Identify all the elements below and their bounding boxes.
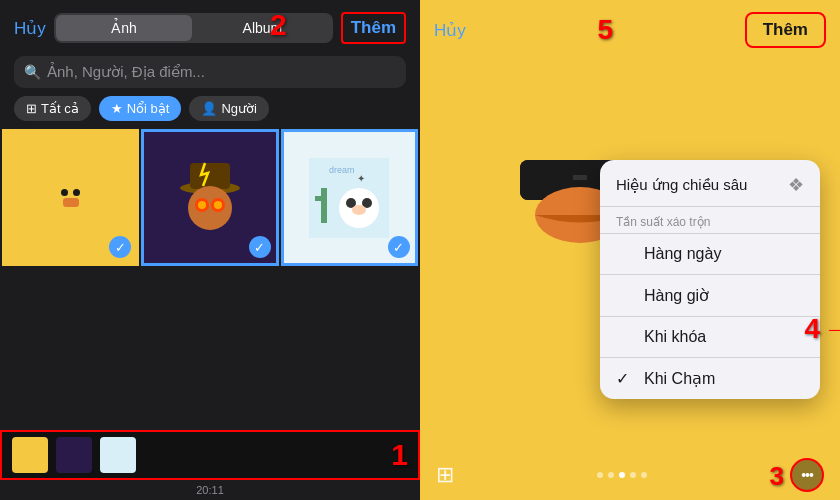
more-icon: ••• [801, 467, 813, 483]
step3-label: 3 [770, 461, 784, 492]
filter-people-button[interactable]: 👤 Người [189, 96, 269, 121]
photo-grid: ✓ [0, 129, 420, 430]
dot-2 [608, 472, 614, 478]
svg-rect-1 [190, 163, 230, 189]
menu-header: Hiệu ứng chiều sâu ❖ [600, 160, 820, 207]
dot-5 [641, 472, 647, 478]
menu-header-text: Hiệu ứng chiều sâu [616, 176, 747, 194]
star-icon: ★ [111, 101, 123, 116]
menu-item-tap-label: Khi Chạm [644, 369, 715, 388]
dot-3-active [619, 472, 625, 478]
svg-point-5 [198, 201, 206, 209]
segment-control: Ảnh Album [54, 13, 333, 43]
svg-text:dream: dream [329, 165, 355, 175]
menu-item-tap[interactable]: ✓ Khi Chạm [600, 357, 820, 399]
check-circle-2: ✓ [249, 236, 271, 258]
filter-all-button[interactable]: ⊞ Tất cả [14, 96, 91, 121]
duck-face-small [61, 189, 80, 207]
right-arrow-icon: → [824, 314, 840, 345]
duck-eye-right-small [73, 189, 80, 196]
left-panel: Hủy Ảnh Album Thêm 2 🔍 Ảnh, Người, Địa đ… [0, 0, 420, 500]
step2-label: 2 [270, 8, 287, 42]
menu-item-hourly[interactable]: Hàng giờ [600, 274, 820, 316]
selected-thumb-2 [56, 437, 92, 473]
photo-cell-1[interactable]: ✓ [2, 129, 139, 266]
right-panel: Hủy 5 Thêm Hiệu ứng chiều sâu ❖ Tần suất… [420, 0, 840, 500]
segment-album-button[interactable]: Album [194, 15, 330, 41]
right-topbar: Hủy 5 Thêm [420, 0, 840, 56]
svg-point-13 [352, 205, 366, 215]
dot-1 [597, 472, 603, 478]
selected-thumb-1 [12, 437, 48, 473]
menu-section-label: Tần suất xáo trộn [600, 207, 820, 233]
selection-strip: 1 [0, 430, 420, 480]
filter-featured-label: Nổi bật [127, 101, 170, 116]
selected-thumb-3 [100, 437, 136, 473]
search-bar[interactable]: 🔍 Ảnh, Người, Địa điểm... [14, 56, 406, 88]
menu-item-hourly-label: Hàng giờ [644, 286, 709, 305]
menu-item-lock[interactable]: Khi khóa [600, 316, 820, 357]
grid-view-button[interactable]: ⊞ [436, 462, 454, 488]
dropdown-menu: Hiệu ứng chiều sâu ❖ Tần suất xáo trộn H… [600, 160, 820, 399]
svg-rect-8 [321, 188, 327, 223]
menu-item-daily[interactable]: Hàng ngày [600, 233, 820, 274]
photo-cell-3[interactable]: ✦ dream ✓ [281, 129, 418, 266]
person-icon: 👤 [201, 101, 217, 116]
status-time: 20:11 [196, 484, 224, 496]
check-daily [616, 245, 636, 263]
duck-bill-small [63, 198, 79, 207]
step4-label: 4 [804, 313, 820, 345]
dots-navigation [597, 472, 647, 478]
step1-label: 1 [391, 438, 408, 472]
filter-all-label: Tất cả [41, 101, 79, 116]
segment-photo-button[interactable]: Ảnh [56, 15, 192, 41]
svg-rect-21 [573, 175, 587, 180]
grid-icon: ⊞ [26, 101, 37, 116]
bottom-status-bar: 20:11 [0, 480, 420, 500]
search-placeholder: Ảnh, Người, Địa điểm... [47, 63, 205, 81]
check-hourly [616, 287, 636, 305]
game-char-svg [175, 158, 245, 238]
duck-eyes-small [61, 189, 80, 196]
dot-4 [630, 472, 636, 478]
svg-point-2 [188, 186, 232, 230]
more-options-button[interactable]: ••• [790, 458, 824, 492]
filter-featured-button[interactable]: ★ Nổi bật [99, 96, 182, 121]
left-cancel-button[interactable]: Hủy [14, 18, 46, 39]
right-add-button[interactable]: Thêm [745, 12, 826, 48]
search-icon: 🔍 [24, 64, 41, 80]
check-lock [616, 328, 636, 346]
panda-svg: ✦ dream [309, 158, 389, 238]
filter-bar: ⊞ Tất cả ★ Nổi bật 👤 Người [0, 96, 420, 129]
menu-item-lock-label: Khi khóa [644, 328, 706, 346]
svg-rect-9 [315, 196, 327, 201]
svg-point-6 [214, 201, 222, 209]
duck-eye-left-small [61, 189, 68, 196]
check-tap: ✓ [616, 369, 636, 388]
layers-icon: ❖ [788, 174, 804, 196]
filter-people-label: Người [221, 101, 257, 116]
step4-arrow: 4 → [804, 313, 840, 345]
right-bottombar: ⊞ ••• 3 [420, 450, 840, 500]
left-topbar: Hủy Ảnh Album Thêm [0, 0, 420, 52]
photo-cell-2[interactable]: ✓ [141, 129, 278, 266]
step5-label: 5 [597, 14, 613, 46]
right-cancel-button[interactable]: Hủy [434, 20, 466, 41]
menu-item-daily-label: Hàng ngày [644, 245, 721, 263]
svg-text:✦: ✦ [357, 173, 365, 184]
left-add-button[interactable]: Thêm [341, 12, 406, 44]
